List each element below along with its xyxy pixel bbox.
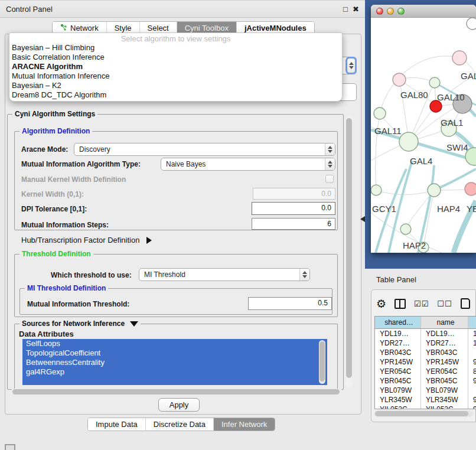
network-node[interactable] [430, 100, 442, 112]
settings-scrollbar[interactable] [345, 116, 353, 388]
table-cell: YER054C [421, 367, 468, 376]
attribute-list-item[interactable]: gal4RGexp [22, 367, 327, 377]
table-cell [468, 348, 476, 357]
table-row[interactable]: YPR145WYPR145W9. [375, 357, 476, 367]
table-rows: YDL19…YDL19…13YDR27…YDR27…12YBR043CYBR04… [375, 329, 476, 409]
table-cell: YBL079W [421, 386, 468, 395]
table-row[interactable]: YIL052CYIL052C9 [375, 405, 476, 409]
gear-icon[interactable]: ⚙ [376, 298, 386, 309]
node-table[interactable]: shared… name YDL19…YDL19…13YDR27…YDR27…1… [374, 316, 476, 409]
combo-stepper-icon [325, 158, 335, 170]
table-hscrollbar[interactable] [374, 410, 473, 417]
which-threshold-combobox[interactable]: MI Threshold [139, 268, 310, 281]
deselect-all-checkboxes-icon[interactable]: ☐☐ [437, 299, 452, 308]
network-node[interactable] [371, 185, 382, 195]
table-cell: YER054C [375, 367, 421, 376]
minimize-window-icon[interactable] [387, 8, 394, 15]
network-node[interactable] [400, 224, 411, 234]
network-node[interactable] [467, 18, 476, 30]
algorithm-list-item[interactable]: Basic Correlation Inference [9, 53, 342, 62]
table-row[interactable]: YDR27…YDR27…12 [375, 338, 476, 348]
settings-scrollbar-thumb[interactable] [346, 118, 352, 378]
table-hscrollbar-thumb[interactable] [375, 411, 468, 416]
combo-value: Discovery [74, 145, 325, 154]
table-row[interactable]: YBR045CYBR045C9. [375, 376, 476, 386]
attribute-list-item[interactable]: BetweennessCentrality [22, 358, 327, 367]
kernel-width-label: Kernel Width (0,1): [21, 190, 84, 198]
kernel-width-field[interactable]: 0.0 [253, 188, 335, 200]
column-layout-icon[interactable] [395, 299, 406, 309]
manual-kernel-checkbox[interactable] [325, 175, 334, 183]
network-node-label: GAL8 [461, 71, 476, 81]
dpi-tolerance-field[interactable]: 0.0 [252, 202, 335, 215]
network-node[interactable] [399, 132, 418, 151]
table-header-row: shared… name [375, 317, 476, 329]
aracne-mode-combobox[interactable]: Discovery [74, 143, 335, 156]
network-edge[interactable] [376, 113, 380, 190]
network-node-label: GAL80 [400, 90, 428, 100]
data-attributes-label: Data Attributes [19, 330, 74, 338]
attribute-list-item[interactable]: TopologicalCoefficient [22, 348, 327, 358]
tab-discretize-data[interactable]: Discretize Data [146, 418, 214, 431]
algorithm-list-item[interactable]: Bayesian – K2 [9, 81, 342, 90]
network-node[interactable] [374, 107, 386, 119]
table-row[interactable]: YBL079WYBL079W [375, 386, 476, 395]
network-edge[interactable] [376, 190, 434, 195]
table-cell: YDR27… [375, 338, 421, 348]
close-panel-icon[interactable]: ✖ [353, 5, 359, 14]
network-node[interactable] [428, 184, 441, 197]
attribute-list-item[interactable]: SelfLoops [22, 339, 327, 348]
algorithm-list-item[interactable]: Mutual Information Inference [9, 71, 342, 81]
network-edge[interactable] [418, 165, 434, 253]
table-row[interactable]: YDL19…YDL19…13 [375, 329, 476, 338]
data-attributes-list[interactable]: SelfLoopsTopologicalCoefficientBetweenne… [22, 339, 327, 385]
network-node[interactable] [393, 73, 406, 86]
zoom-window-icon[interactable] [397, 8, 405, 15]
table-cell: 8. [468, 367, 476, 376]
tab-label: Infer Network [221, 420, 267, 429]
tab-infer-network[interactable]: Infer Network [214, 418, 275, 431]
mi-algorithm-type-combobox[interactable]: Naive Bayes [161, 158, 335, 171]
network-window-titlebar[interactable] [371, 5, 476, 18]
select-all-checkboxes-icon[interactable]: ☑☑ [414, 299, 429, 308]
mi-threshold-field[interactable]: 0.5 [248, 297, 332, 310]
network-node[interactable] [452, 51, 467, 65]
mouse-cursor [360, 216, 365, 222]
table-row[interactable]: YLR345WYLR345W9. [375, 395, 476, 405]
mi-steps-field[interactable]: 6 [252, 218, 335, 230]
settings-hscrollbar-thumb[interactable] [12, 389, 340, 394]
new-table-icon[interactable] [461, 298, 470, 309]
minimized-panel-icon[interactable] [5, 444, 15, 450]
algorithm-list-item[interactable]: Dream8 DC_TDC Algorithm [9, 90, 342, 100]
close-window-icon[interactable] [376, 8, 383, 15]
column-header[interactable]: name [421, 317, 468, 328]
network-view-window: GAL8GAL80GAL10GAL11GAL1SWI4GAL4GCY1HAP4Y… [371, 5, 476, 253]
hub-definition-toggle[interactable]: Hub/Transcription Factor Definition [21, 236, 152, 244]
apply-button[interactable]: Apply [158, 398, 200, 412]
attribute-list-scrollbar[interactable] [319, 340, 325, 384]
hub-definition-label: Hub/Transcription Factor Definition [21, 236, 139, 244]
tab-impute-data[interactable]: Impute Data [88, 418, 146, 431]
tab-label: Cyni Toolbox [185, 24, 229, 32]
network-node[interactable] [429, 77, 440, 88]
algorithm-list-item[interactable]: ARACNE Algorithm [9, 62, 342, 71]
tab-label: Impute Data [96, 420, 138, 429]
column-header[interactable] [468, 317, 476, 328]
table-cell: 9. [468, 376, 476, 386]
group-title: Cyni Algorithm Settings [12, 110, 97, 118]
group-title: Threshold Definition [19, 250, 93, 258]
algorithm-list-item[interactable]: Bayesian – Hill Climbing [9, 43, 342, 53]
expanded-arrow-icon[interactable] [130, 321, 138, 327]
network-node-label: GAL11 [374, 126, 402, 136]
float-panel-icon[interactable]: □ [343, 5, 348, 14]
table-cell: YBR045C [375, 376, 421, 386]
table-row[interactable]: YBR043CYBR043C [375, 348, 476, 357]
algorithm-list: Bayesian – Hill ClimbingBasic Correlatio… [9, 43, 342, 100]
attribute-scrollbar-thumb[interactable] [319, 341, 325, 381]
table-row[interactable]: YER054CYER054C8. [375, 367, 476, 376]
network-node[interactable] [465, 182, 476, 195]
network-canvas[interactable]: GAL8GAL80GAL10GAL11GAL1SWI4GAL4GCY1HAP4Y… [371, 18, 476, 253]
settings-hscrollbar[interactable] [11, 389, 343, 395]
column-header[interactable]: shared… [375, 317, 421, 328]
which-threshold-label: Which threshold to use: [51, 271, 132, 279]
